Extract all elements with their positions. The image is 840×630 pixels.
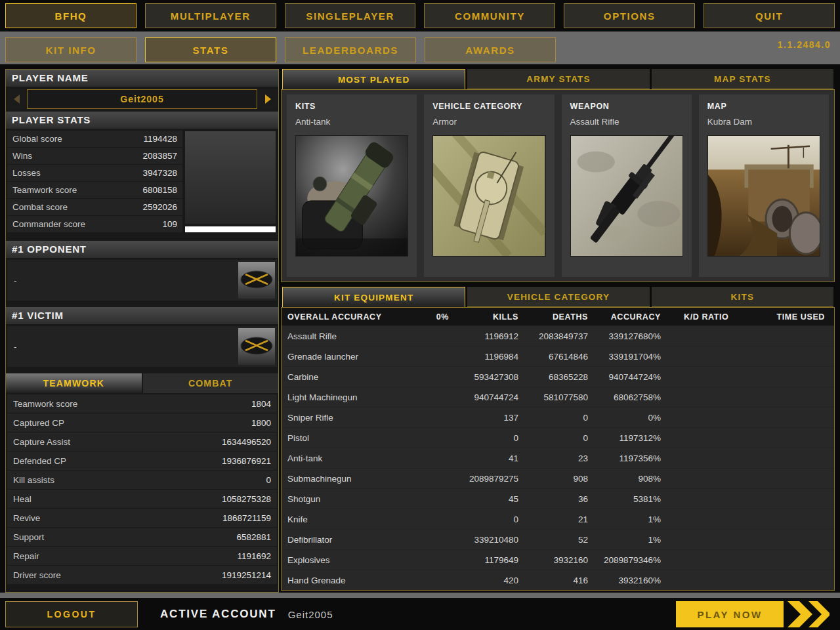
equipment-tab[interactable]: VEHICLE CATEGORY [467,287,649,307]
column-time-used: TIME USED [759,312,825,322]
column-kd-ratio: K/D RATIO [661,312,759,322]
equipment-deaths: 36 [518,494,588,504]
anti-tank-kit-image [295,135,408,257]
main-nav-button[interactable]: MULTIPLAYER [145,3,276,28]
tank-top-view-image [432,135,545,257]
main-nav-button-label: QUIT [755,10,783,22]
stat-value: 1058275328 [222,494,271,504]
crossed-rifles-badge-icon [238,328,275,365]
equipment-accuracy: 940744724% [588,372,661,382]
teamwork-stat-row: Repair 1191692 [7,547,277,565]
stat-label: Teamwork score [12,185,77,195]
column-deaths: DEATHS [518,312,588,322]
teamwork-stats-list: Teamwork score 1804 Captured CP 1800 Cap… [7,394,277,584]
equipment-deaths: 52 [518,535,588,545]
most-played-card-map: MAP Kubra Dam [699,94,829,277]
stat-value: 1936876921 [222,456,271,466]
equipment-accuracy: 3932160% [588,576,661,585]
equipment-accuracy: 5381% [588,494,661,504]
stat-label: Support [13,532,44,542]
stat-value: 3947328 [142,168,177,178]
equipment-deaths: 3932160 [518,555,588,565]
victim-header: #1 VICTIM [6,307,278,324]
subnav-button-label: KIT INFO [46,45,96,56]
subnav-button[interactable]: STATS [145,37,276,62]
equipment-accuracy: 1% [588,514,661,524]
card-category: MAP [707,102,820,111]
card-value: Kubra Dam [707,117,820,127]
stat-label: Defended CP [13,456,66,466]
equipment-accuracy: 339127680% [588,331,661,341]
next-player-button[interactable] [259,89,277,109]
equipment-row: Shotgun 45 36 5381% [282,489,834,509]
equipment-name: Shotgun [287,494,422,504]
main-nav-button[interactable]: QUIT [704,3,835,28]
most-played-tab[interactable]: MAP STATS [652,69,833,89]
equipment-kills: 1196984 [449,352,518,362]
bfhq-subnav-bar: KIT INFO STATS LEADERBOARDS AWARDS [5,37,556,62]
logout-button-label: LOGOUT [47,609,96,620]
equipment-name: Sniper Rifle [287,413,422,423]
teamwork-stat-row: Driver score 1919251214 [7,566,277,584]
active-account-label: ACTIVE ACCOUNT [160,608,276,621]
equipment-kills: 339210480 [449,535,518,545]
equipment-kills: 2089879275 [449,474,518,484]
equipment-name: Grenade launcher [287,352,422,362]
subnav-button[interactable]: LEADERBOARDS [285,37,416,62]
player-panel-tab[interactable]: TEAMWORK [6,373,142,393]
equipment-row: Submachinegun 2089879275 908 908% [282,469,834,488]
main-nav-button[interactable]: BFHQ [5,3,136,28]
most-played-tab[interactable]: MOST PLAYED [282,69,465,89]
equipment-tab-label: KITS [731,292,755,302]
teamwork-stat-row: Heal 1058275328 [7,490,277,508]
stat-value: 1194428 [143,134,177,144]
player-panel-tab[interactable]: COMBAT [143,373,279,393]
equipment-accuracy: 1197356% [588,453,661,463]
stat-value: 1804 [251,399,271,409]
equipment-kills: 1179649 [449,555,518,565]
stat-label: Global score [12,134,62,144]
equipment-kills: 593427308 [449,372,518,382]
equipment-kills: 137 [449,413,518,423]
equipment-accuracy: 1% [588,535,661,545]
main-nav-button[interactable]: SINGLEPLAYER [285,3,416,28]
equipment-accuracy: 1197312% [588,433,661,443]
footer-strip [0,593,840,598]
previous-player-button[interactable] [7,89,26,109]
equipment-tab-label: KIT EQUIPMENT [334,293,413,303]
teamwork-combat-tabs: TEAMWORK COMBAT [6,373,278,393]
equipment-tab-bar: KIT EQUIPMENT VEHICLE CATEGORY KITS [282,287,833,307]
equipment-deaths: 68365228 [518,372,588,382]
main-nav-button[interactable]: OPTIONS [564,3,695,28]
equipment-tab[interactable]: KIT EQUIPMENT [282,287,465,307]
equipment-tab[interactable]: KITS [652,287,833,307]
subnav-button[interactable]: KIT INFO [5,37,136,62]
equipment-accuracy: 908% [588,474,661,484]
main-nav-button[interactable]: COMMUNITY [424,3,555,28]
most-played-tab[interactable]: ARMY STATS [467,69,649,89]
crossed-rifles-badge-icon [238,262,275,299]
logout-button[interactable]: LOGOUT [5,601,138,627]
equipment-deaths: 21 [518,514,588,524]
subnav-button[interactable]: AWARDS [425,37,556,62]
rank-insignia-box [185,131,276,224]
play-now-button[interactable]: PLAY NOW [676,601,830,627]
equipment-deaths: 67614846 [518,352,588,362]
player-name-selector: Geit2005 [7,89,277,109]
play-now-label: PLAY NOW [676,601,784,627]
equipment-name: Explosives [287,555,422,565]
stat-label: Wins [12,151,32,161]
equipment-row: Defibrillator 339210480 52 1% [282,530,834,549]
most-played-tab-label: ARMY STATS [526,74,591,84]
stat-label: Revive [13,513,40,523]
equipment-deaths: 0 [518,433,588,443]
teamwork-stat-row: Captured CP 1800 [7,413,277,432]
equipment-name: Anti-tank [287,453,422,463]
equipment-row: Carbine 593427308 68365228 940744724% [282,367,834,387]
player-stat-row: Global score 1194428 [7,131,182,147]
stat-value: 109 [162,219,177,229]
teamwork-stat-row: Support 6582881 [7,528,277,546]
equipment-deaths: 0 [518,413,588,423]
card-category: WEAPON [570,102,683,111]
player-stat-row: Wins 2083857 [7,148,182,164]
